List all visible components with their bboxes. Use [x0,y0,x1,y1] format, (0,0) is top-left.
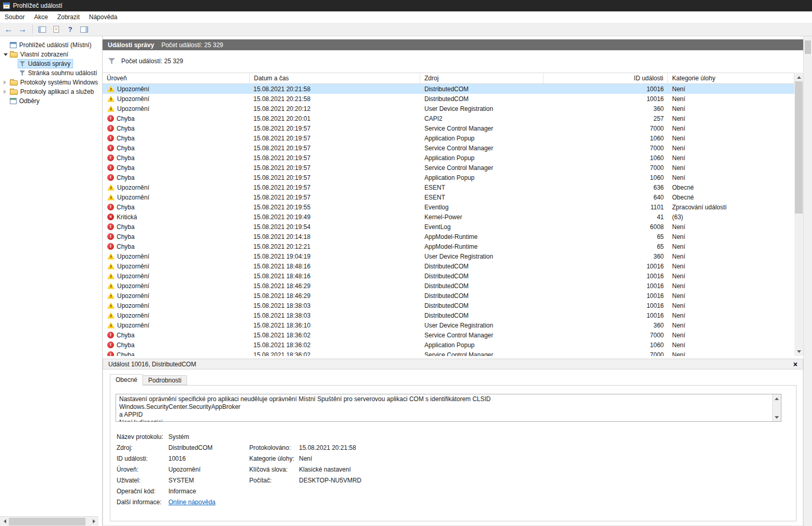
event-row[interactable]: !Chyba15.08.2021 20:14:18AppModel-Runtim… [103,232,794,241]
online-help-link[interactable]: Online nápověda [168,499,216,506]
scrollbar-thumb[interactable] [795,81,803,214]
event-row[interactable]: !Chyba15.08.2021 20:12:21AppModel-Runtim… [103,241,794,251]
error-icon: ! [107,233,114,240]
column-header-date-time[interactable]: Datum a čas [250,73,420,83]
menu-item-help[interactable]: Nápověda [84,11,122,23]
scrollbar-track[interactable] [9,517,90,526]
event-row[interactable]: !Chyba15.08.2021 18:36:02Application Pop… [103,340,794,350]
event-row[interactable]: !Chyba15.08.2021 20:20:01CAPI2257Není [103,113,794,123]
detail-field-row: Úroveň:UpozorněníKlíčová slova:Klasické … [117,464,786,475]
tree-horizontal-scrollbar[interactable] [0,516,98,526]
table-vertical-scrollbar[interactable] [794,73,803,356]
column-header-level[interactable]: Úroveň [103,73,250,83]
back-button[interactable] [2,24,15,35]
event-row[interactable]: !Upozornění15.08.2021 18:38:03Distribute… [103,310,794,320]
export-button[interactable] [50,24,63,35]
level-label: Upozornění [117,194,149,201]
scrollbar-thumb[interactable] [9,518,86,525]
expanded-arrow-icon[interactable] [2,51,9,58]
tab-details[interactable]: Podrobnosti [143,375,187,385]
event-row[interactable]: !Chyba15.08.2021 20:19:57Service Control… [103,123,794,133]
event-row[interactable]: !Upozornění15.08.2021 18:48:16Distribute… [103,271,794,281]
cell-source: Service Control Manager [420,164,544,172]
filter-funnel-icon [108,58,115,64]
event-description-box[interactable]: Nastavení oprávnění specifické pro aplik… [116,394,781,422]
event-row[interactable]: !Chyba15.08.2021 20:19:54EventLog6008Nen… [103,222,794,232]
cell-category: Není [668,302,794,309]
event-row[interactable]: !Upozornění15.08.2021 20:21:58Distribute… [103,84,794,94]
event-row[interactable]: !Chyba15.08.2021 20:19:55Eventlog1101Zpr… [103,202,794,212]
scroll-left-icon[interactable] [0,517,9,526]
tree-item-windows-logs[interactable]: Protokoly systému Windows [0,78,102,87]
help-button[interactable] [64,24,77,35]
scrollbar-thumb[interactable] [805,40,811,54]
cell-datetime: 15.08.2021 20:21:58 [250,95,420,103]
tab-general[interactable]: Obecné [110,374,143,386]
event-row[interactable]: !Upozornění15.08.2021 18:38:03Distribute… [103,301,794,310]
event-row[interactable]: !Chyba15.08.2021 20:19:57Service Control… [103,163,794,173]
description-scrollbar[interactable] [772,394,781,421]
window-vertical-scrollbar[interactable] [803,36,812,526]
event-row[interactable]: !Upozornění15.08.2021 18:46:29Distribute… [103,281,794,291]
forward-button[interactable] [16,24,29,35]
detail-field-row: Název protokolu:Systém [117,431,786,442]
event-row[interactable]: !Upozornění15.08.2021 18:46:29Distribute… [103,291,794,301]
field-label: Klíčová slova: [249,466,299,473]
close-icon[interactable] [793,361,797,368]
event-row[interactable]: ✕Kritická15.08.2021 20:19:49Kernel-Power… [103,212,794,222]
show-action-pane-button[interactable] [78,24,91,35]
tree-item-applications-services-logs[interactable]: Protokoly aplikací a služeb [0,87,102,96]
event-row[interactable]: !Upozornění15.08.2021 18:48:16Distribute… [103,261,794,271]
level-label: Upozornění [117,105,149,112]
tree-item-event-viewer-local[interactable]: Prohlížeč událostí (Místní) [0,40,102,50]
level-label: Chyba [117,164,135,172]
event-row[interactable]: !Upozornění15.08.2021 20:21:58Distribute… [103,94,794,104]
menu-item-file[interactable]: Soubor [0,11,30,23]
cell-event-id: 10016 [544,302,668,309]
cell-datetime: 15.08.2021 18:36:02 [250,342,420,349]
event-row[interactable]: !Chyba15.08.2021 20:19:57Application Pop… [103,153,794,163]
warning-icon: ! [107,194,115,201]
warning-icon: ! [107,96,115,102]
cell-event-id: 41 [544,214,668,221]
table-header: ÚroveňDatum a časZdrojID událostiKategor… [103,73,794,84]
tree-item-custom-views[interactable]: Vlastní zobrazení [0,50,102,59]
event-row[interactable]: !Upozornění15.08.2021 19:04:19User Devic… [103,251,794,261]
menu-item-view[interactable]: Zobrazit [52,11,84,23]
event-table: !Upozornění15.08.2021 20:21:58Distribute… [103,84,794,356]
menu-item-action[interactable]: Akce [30,11,53,23]
show-console-tree-button[interactable] [36,24,49,35]
event-row[interactable]: !Upozornění15.08.2021 20:19:57ESENT640Ob… [103,192,794,202]
column-header-task-category[interactable]: Kategorie úlohy [668,73,794,83]
cell-event-id: 10016 [544,312,668,319]
event-row[interactable]: !Upozornění15.08.2021 20:20:12User Devic… [103,104,794,113]
event-row[interactable]: !Chyba15.08.2021 20:19:57Application Pop… [103,133,794,143]
error-icon: ! [107,135,114,141]
cell-event-id: 360 [544,105,668,112]
scroll-down-icon[interactable] [773,414,781,421]
event-row[interactable]: !Chyba15.08.2021 18:36:02Service Control… [103,350,794,356]
event-row[interactable]: !Chyba15.08.2021 20:19:57Service Control… [103,143,794,153]
tree-item-label: Prohlížeč událostí (Místní) [19,41,91,49]
scroll-down-icon[interactable] [794,347,803,356]
scroll-up-icon[interactable] [773,394,781,402]
collapsed-arrow-icon[interactable] [2,80,9,84]
cell-source: DistributedCOM [420,263,544,270]
detail-field-row: Uživatel:SYSTEMPočítač:DESKTOP-NU5VMRD [117,475,786,486]
event-row[interactable]: !Upozornění15.08.2021 18:36:10User Devic… [103,320,794,330]
level-label: Chyba [117,351,135,357]
event-row[interactable]: !Chyba15.08.2021 18:36:02Service Control… [103,330,794,340]
event-row[interactable]: !Chyba15.08.2021 20:19:57Application Pop… [103,173,794,182]
scroll-up-icon[interactable] [794,73,803,81]
collapsed-arrow-icon[interactable] [2,90,9,94]
column-header-source[interactable]: Zdroj [420,73,544,83]
tree-item-event-summary-page[interactable]: Stránka souhrnu událostí [0,68,102,78]
scrollbar-track[interactable] [794,81,803,347]
scroll-right-icon[interactable] [90,517,98,526]
level-label: Upozornění [117,302,149,309]
tree-item-subscriptions[interactable]: Odběry [0,96,102,106]
column-header-event-id[interactable]: ID události [544,73,668,83]
event-row[interactable]: !Upozornění15.08.2021 20:19:57ESENT636Ob… [103,182,794,192]
cell-category: Není [668,86,794,93]
tree-item-administrative-events[interactable]: Události správy [0,59,102,68]
